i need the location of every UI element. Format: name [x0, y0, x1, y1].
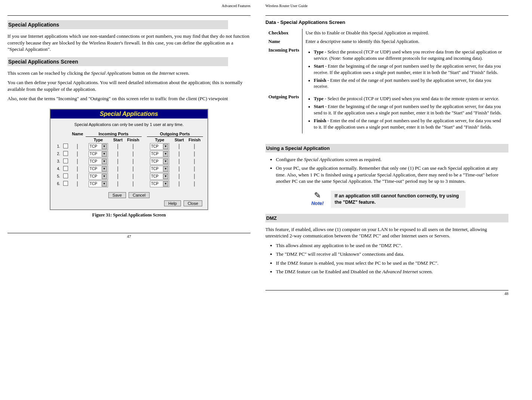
- incoming-type-select[interactable]: TCP▼: [89, 158, 108, 165]
- incoming-finish-input[interactable]: [133, 166, 133, 172]
- figure-caption: Figure 31: Special Applications Screen: [7, 212, 250, 218]
- outgoing-start-input[interactable]: [179, 144, 179, 149]
- outgoing-start-input[interactable]: [179, 181, 179, 187]
- chevron-down-icon: ▼: [163, 144, 168, 149]
- table-row: 4.TCP▼TCP▼: [55, 165, 203, 173]
- chevron-down-icon: ▼: [102, 174, 107, 179]
- outgoing-finish-input[interactable]: [194, 144, 195, 149]
- outgoing-type-select[interactable]: TCP▼: [150, 181, 169, 187]
- incoming-type-select[interactable]: TCP▼: [89, 166, 108, 172]
- incoming-start-input[interactable]: [117, 174, 118, 179]
- header-right: Wireless Router User Guide: [265, 4, 508, 8]
- incoming-type: Type - Select the protocol (TCP or UDP) …: [314, 49, 505, 62]
- heading-special-applications: Special Applications: [7, 20, 250, 29]
- outgoing-finish-input[interactable]: [194, 151, 195, 157]
- reach-paragraph: This screen can be reached by clicking t…: [7, 70, 250, 77]
- outgoing-start-input[interactable]: [179, 151, 179, 157]
- intro-paragraph: If you use Internet applications which u…: [7, 33, 250, 53]
- incoming-start-input[interactable]: [117, 144, 118, 149]
- name-input[interactable]: [77, 144, 78, 149]
- outgoing-type-select[interactable]: TCP▼: [150, 151, 169, 157]
- page-left: Advanced Features Special Applications I…: [7, 4, 250, 296]
- outgoing-finish-input[interactable]: [194, 181, 195, 187]
- outgoing-start-input[interactable]: [179, 159, 179, 164]
- dmz-bullet-4: The DMZ feature can be Enabled and Disab…: [276, 268, 508, 275]
- using-step-1: Configure the Special Applications scree…: [276, 156, 508, 163]
- incoming-start-input[interactable]: [117, 166, 118, 172]
- dmz-bullet-2: The "DMZ PC" will receive all "Unknown" …: [276, 251, 508, 258]
- table-row: 1.TCP▼TCP▼: [55, 143, 203, 150]
- row-checkbox[interactable]: [63, 166, 68, 171]
- row-index: 5.: [55, 173, 61, 180]
- chevron-down-icon: ▼: [163, 166, 168, 172]
- screenshot-title: Special Applications: [50, 110, 207, 119]
- incoming-finish-input[interactable]: [133, 144, 133, 149]
- outgoing-finish-input[interactable]: [194, 159, 195, 164]
- incoming-finish: Finish - Enter the end of the range of p…: [314, 77, 505, 90]
- chevron-down-icon: ▼: [163, 181, 168, 187]
- table-row: 6.TCP▼TCP▼: [55, 180, 203, 188]
- incoming-start-input[interactable]: [117, 181, 118, 187]
- page-number-right: 48: [265, 290, 508, 296]
- incoming-start-input[interactable]: [117, 159, 118, 164]
- cancel-button[interactable]: Cancel: [129, 192, 150, 198]
- outgoing-type: Type - Select the protocol (TCP or UDP) …: [314, 96, 505, 102]
- name-input[interactable]: [77, 151, 78, 157]
- name-input[interactable]: [77, 159, 78, 164]
- heading-special-applications-screen: Special Applications Screen: [7, 57, 250, 66]
- row-index: 4.: [55, 165, 61, 173]
- name-input[interactable]: [77, 181, 78, 187]
- outgoing-finish-input[interactable]: [194, 174, 195, 179]
- heading-data: Data - Special Applications Screen: [265, 19, 508, 25]
- incoming-finish-input[interactable]: [133, 181, 133, 187]
- col-start-in: Start: [111, 136, 125, 143]
- row-checkbox[interactable]: [63, 159, 68, 163]
- row-checkbox[interactable]: [63, 173, 68, 178]
- row-checkbox[interactable]: [63, 181, 68, 186]
- row-checkbox-label: Checkbox: [265, 29, 302, 37]
- chevron-down-icon: ▼: [102, 181, 107, 187]
- outgoing-type-select[interactable]: TCP▼: [150, 166, 169, 172]
- page-right: Wireless Router User Guide Data - Specia…: [265, 4, 508, 296]
- incoming-finish-input[interactable]: [133, 159, 133, 164]
- header-left: Advanced Features: [7, 4, 250, 8]
- using-step-2: On your PC, use the application normally…: [276, 165, 508, 185]
- incoming-type-select[interactable]: TCP▼: [89, 181, 108, 187]
- incoming-start-input[interactable]: [117, 151, 118, 157]
- row-checkbox[interactable]: [63, 144, 68, 148]
- chevron-down-icon: ▼: [102, 166, 107, 172]
- save-button[interactable]: Save: [108, 192, 126, 198]
- outgoing-type-select[interactable]: TCP▼: [150, 158, 169, 165]
- row-checkbox[interactable]: [63, 151, 68, 156]
- name-input[interactable]: [77, 166, 78, 172]
- heading-dmz: DMZ: [265, 214, 508, 222]
- outgoing-start-input[interactable]: [179, 174, 179, 179]
- figure-31: Special Applications Special Application…: [7, 109, 250, 218]
- col-incoming: Incoming Ports: [86, 131, 142, 137]
- row-name-desc: Enter a descriptive name to identify thi…: [302, 37, 508, 46]
- col-finish-out: Finish: [186, 136, 203, 143]
- outgoing-start-input[interactable]: [179, 166, 179, 172]
- name-input[interactable]: [77, 174, 78, 179]
- close-button[interactable]: Close: [184, 200, 202, 206]
- note-box: ✎ Note! If an application still cannot f…: [308, 191, 465, 208]
- table-row: 3.TCP▼TCP▼: [55, 158, 203, 165]
- table-row: 2.TCP▼TCP▼: [55, 150, 203, 158]
- incoming-finish-input[interactable]: [133, 174, 133, 179]
- outgoing-type-select[interactable]: TCP▼: [150, 143, 169, 150]
- chevron-down-icon: ▼: [163, 159, 168, 164]
- incoming-type-select[interactable]: TCP▼: [89, 143, 108, 150]
- row-name-label: Name: [265, 37, 302, 46]
- col-outgoing: Outgoing Ports: [147, 131, 203, 137]
- help-button[interactable]: Help: [164, 200, 181, 206]
- incoming-type-select[interactable]: TCP▼: [89, 173, 108, 180]
- terms-paragraph: Also, note that the terms "Incoming" and…: [7, 95, 250, 102]
- outgoing-start: Start - Enter the beginning of the range…: [314, 104, 505, 116]
- outgoing-type-select[interactable]: TCP▼: [150, 173, 169, 180]
- incoming-finish-input[interactable]: [133, 151, 133, 157]
- col-type-out: Type: [147, 136, 172, 143]
- incoming-type-select[interactable]: TCP▼: [89, 151, 108, 157]
- chevron-down-icon: ▼: [163, 174, 168, 179]
- outgoing-finish-input[interactable]: [194, 166, 195, 172]
- row-checkbox-desc: Use this to Enable or Disable this Speci…: [302, 29, 508, 37]
